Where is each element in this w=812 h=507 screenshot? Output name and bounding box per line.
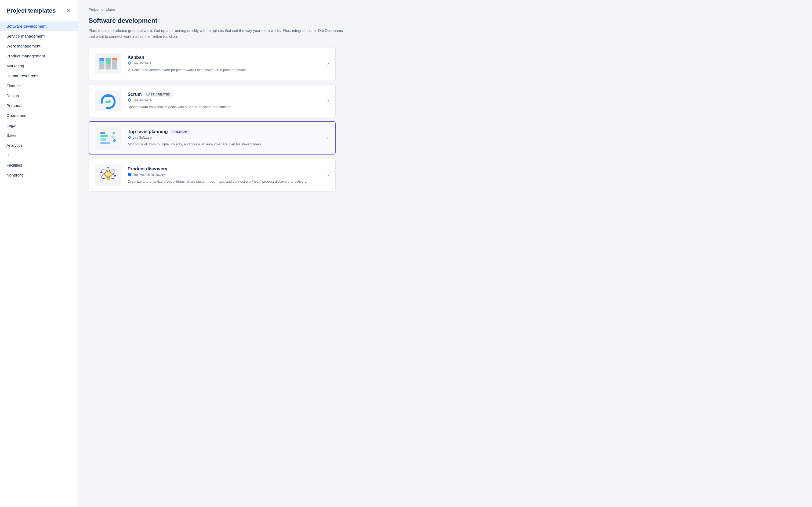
sidebar-header: Project templates × [0,6,78,21]
sidebar-item-legal[interactable]: Legal [0,120,78,130]
template-icon-top-level-planning [96,127,121,149]
template-name-kanban: Kanban [128,55,144,60]
sidebar: Project templates × Software development… [0,0,78,507]
sidebar-item-work-management[interactable]: Work management [0,41,78,51]
chevron-right-icon-top-level-planning: › [327,135,329,140]
sidebar-item-service-management[interactable]: Service management [0,31,78,41]
source-icon-kanban [128,61,131,66]
sidebar-item-product-management[interactable]: Product management [0,51,78,61]
main-content: Project templates Software development P… [78,0,812,507]
template-name-product-discovery: Product discovery [128,166,167,172]
breadcrumb: Project templates [89,7,801,11]
sidebar-title: Project templates [6,7,56,14]
template-icon-scrum [95,90,121,111]
svg-point-29 [107,167,109,168]
template-card-scrum[interactable]: ScrumLAST CREATEDJira SoftwareSprint tow… [89,84,336,117]
section-description: Plan, track and release great software. … [89,27,346,40]
template-info-scrum: ScrumLAST CREATEDJira SoftwareSprint tow… [128,92,324,110]
template-card-product-discovery[interactable]: Product discoveryJira Product DiscoveryO… [89,159,336,191]
sidebar-item-nonprofit[interactable]: Nonprofit [0,170,78,180]
svg-rect-9 [106,62,110,64]
source-label-scrum: Jira Software [133,99,151,102]
template-source-scrum: Jira Software [128,98,324,103]
svg-rect-14 [100,135,108,137]
template-source-product-discovery: Jira Product Discovery [128,173,324,177]
template-description-scrum: Sprint toward your project goals with a … [128,104,324,110]
template-name-row-scrum: ScrumLAST CREATED [128,92,324,97]
template-name-scrum: Scrum [128,92,142,97]
sidebar-item-design[interactable]: Design [0,91,78,101]
template-name-row-top-level-planning: Top-level planningPREMIUM [128,129,324,134]
template-name-row-kanban: Kanban [128,55,324,60]
sidebar-item-personal[interactable]: Personal [0,101,78,111]
svg-point-32 [129,174,130,175]
sidebar-nav: Software developmentService managementWo… [0,21,78,180]
svg-point-28 [114,175,116,176]
sidebar-item-operations[interactable]: Operations [0,111,78,120]
svg-rect-6 [100,58,104,61]
badge-last-created-scrum: LAST CREATED [145,92,172,97]
svg-rect-7 [100,62,104,64]
template-card-kanban[interactable]: KanbanJira SoftwareVisualize and advance… [89,47,336,80]
chevron-right-icon-product-discovery: › [327,172,329,178]
template-source-top-level-planning: Jira Software [128,135,324,140]
sidebar-item-marketing[interactable]: Marketing [0,61,78,71]
chevron-right-icon-scrum: › [327,98,329,103]
sidebar-item-facilities[interactable]: Facilities [0,160,78,170]
badge-premium-top-level-planning: PREMIUM [170,129,190,134]
template-source-kanban: Jira Software [128,61,324,66]
svg-rect-10 [112,58,117,60]
template-cards-container: KanbanJira SoftwareVisualize and advance… [89,47,801,191]
sidebar-item-sales[interactable]: Sales [0,130,78,140]
svg-rect-13 [100,132,105,134]
source-icon-top-level-planning [128,135,132,140]
sidebar-item-software-development[interactable]: Software development [0,21,78,31]
sidebar-item-analytics[interactable]: Analytics [0,140,78,150]
template-description-kanban: Visualize and advance your project forwa… [128,67,324,73]
close-button[interactable]: × [66,6,71,15]
template-card-top-level-planning[interactable]: Top-level planningPREMIUMJira SoftwareMo… [89,121,336,155]
svg-rect-15 [100,138,106,140]
source-label-top-level-planning: Jira Software [133,136,152,139]
sidebar-item-finance[interactable]: Finance [0,81,78,91]
svg-rect-16 [100,142,110,144]
source-label-product-discovery: Jira Product Discovery [133,173,165,177]
template-icon-kanban [95,53,121,74]
sidebar-item-human-resources[interactable]: Human resources [0,71,78,81]
template-description-top-level-planning: Monitor work from multiple projects, and… [128,142,324,147]
chevron-right-icon-kanban: › [327,61,329,66]
svg-rect-24 [107,179,110,180]
modal-overlay: Project templates × Software development… [0,0,812,507]
svg-point-27 [100,172,102,173]
svg-rect-23 [107,178,110,179]
sidebar-item-it[interactable]: IT [0,150,78,160]
svg-marker-12 [106,100,111,104]
section-title: Software development [89,17,801,24]
source-icon-scrum [128,98,131,103]
template-name-row-product-discovery: Product discovery [128,166,324,172]
template-icon-product-discovery [95,164,121,186]
template-info-kanban: KanbanJira SoftwareVisualize and advance… [128,55,324,73]
source-label-kanban: Jira Software [133,61,151,65]
source-icon-product-discovery [128,173,131,177]
template-name-top-level-planning: Top-level planning [128,129,168,134]
template-info-product-discovery: Product discoveryJira Product DiscoveryO… [128,166,324,184]
svg-rect-8 [106,58,110,61]
template-info-top-level-planning: Top-level planningPREMIUMJira SoftwareMo… [128,129,324,147]
template-description-product-discovery: Organize and prioritize product ideas, s… [128,179,324,184]
